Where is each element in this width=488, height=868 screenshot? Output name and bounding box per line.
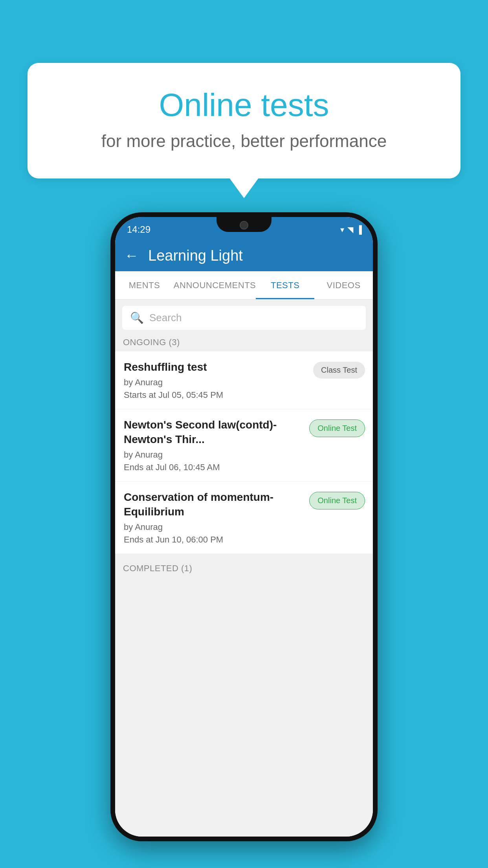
- notch: [216, 217, 272, 232]
- content-area: ONGOING (3) Reshuffling test by Anurag S…: [115, 331, 373, 837]
- test-date: Ends at Jul 06, 10:45 AM: [124, 462, 303, 473]
- camera: [240, 221, 248, 230]
- test-info: Conservation of momentum-Equilibrium by …: [124, 490, 309, 545]
- test-name: Reshuffling test: [124, 360, 307, 374]
- search-icon: 🔍: [130, 311, 144, 324]
- app-header: ← Learning Light: [115, 240, 373, 271]
- test-item[interactable]: Conservation of momentum-Equilibrium by …: [115, 482, 373, 554]
- test-name: Newton's Second law(contd)-Newton's Thir…: [124, 418, 303, 447]
- test-date: Starts at Jul 05, 05:45 PM: [124, 390, 307, 400]
- back-button[interactable]: ←: [125, 247, 139, 264]
- test-item[interactable]: Reshuffling test by Anurag Starts at Jul…: [115, 351, 373, 409]
- wifi-icon: ▾: [340, 225, 344, 234]
- bubble-subtitle: for more practice, better performance: [59, 131, 429, 151]
- status-time: 14:29: [127, 222, 150, 235]
- battery-icon: ▐: [356, 225, 362, 234]
- test-date: Ends at Jun 10, 06:00 PM: [124, 535, 303, 545]
- test-name: Conservation of momentum-Equilibrium: [124, 490, 303, 519]
- tab-tests[interactable]: TESTS: [256, 271, 314, 299]
- test-badge-class: Class Test: [313, 362, 365, 379]
- test-badge-online: Online Test: [309, 419, 365, 437]
- signal-icon: ◥: [347, 225, 353, 234]
- test-author: by Anurag: [124, 377, 307, 388]
- test-list: Reshuffling test by Anurag Starts at Jul…: [115, 351, 373, 554]
- tab-announcements[interactable]: ANNOUNCEMENTS: [174, 271, 256, 299]
- status-icons: ▾ ◥ ▐: [340, 223, 362, 234]
- test-item[interactable]: Newton's Second law(contd)-Newton's Thir…: [115, 409, 373, 482]
- tab-ments[interactable]: MENTS: [115, 271, 174, 299]
- test-info: Reshuffling test by Anurag Starts at Jul…: [124, 360, 313, 400]
- test-badge-online-2: Online Test: [309, 492, 365, 509]
- tabs-bar: MENTS ANNOUNCEMENTS TESTS VIDEOS: [115, 271, 373, 300]
- speech-bubble: Online tests for more practice, better p…: [28, 63, 460, 178]
- test-author: by Anurag: [124, 450, 303, 460]
- test-info: Newton's Second law(contd)-Newton's Thir…: [124, 418, 309, 473]
- search-input[interactable]: Search: [149, 312, 182, 324]
- phone-frame: 14:29 ▾ ◥ ▐ ← Learning Light MENTS ANNOU…: [110, 212, 378, 841]
- search-bar[interactable]: 🔍 Search: [122, 306, 366, 330]
- test-author: by Anurag: [124, 522, 303, 532]
- tab-videos[interactable]: VIDEOS: [314, 271, 373, 299]
- app-title: Learning Light: [148, 247, 243, 264]
- phone-inner: 14:29 ▾ ◥ ▐ ← Learning Light MENTS ANNOU…: [115, 217, 373, 837]
- bubble-title: Online tests: [59, 86, 429, 123]
- completed-header: COMPLETED (1): [115, 557, 373, 577]
- ongoing-header: ONGOING (3): [115, 331, 373, 351]
